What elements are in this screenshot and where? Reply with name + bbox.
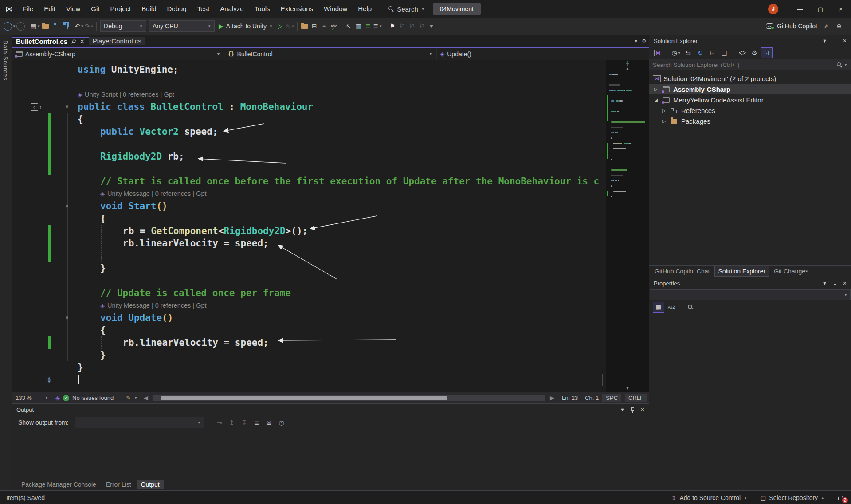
solution-search-box[interactable]: Search Solution Explorer (Ctrl+`) ▼ — [649, 59, 851, 70]
data-sources-tab[interactable]: Data Sources — [2, 40, 9, 81]
chevron-down-icon[interactable]: ▼ — [822, 38, 827, 43]
save-all-icon[interactable] — [60, 21, 70, 31]
codelens-text[interactable]: Unity Script | 0 references | Gpt — [85, 91, 174, 98]
eol-indicator[interactable]: CRLF — [625, 394, 647, 402]
scroll-left-icon[interactable]: ◀ — [144, 395, 148, 401]
send-feedback-icon[interactable]: ⊕ — [834, 21, 844, 31]
maximize-button[interactable]: ▢ — [810, 0, 831, 18]
timestamp-icon[interactable]: ◷ — [277, 419, 286, 426]
categorized-icon[interactable]: ▦ — [653, 302, 664, 313]
collapse-chevron-icon[interactable]: ∨ — [63, 203, 71, 209]
menu-window[interactable]: Window — [318, 0, 353, 18]
unity-script-badge[interactable]: ○↑ — [31, 103, 42, 111]
chevron-down-icon[interactable]: ▼ — [822, 281, 827, 286]
copilot-status[interactable]: •• GitHub Copilot ⇗ ⊕ — [766, 21, 851, 31]
notifications-button[interactable]: 2 — [833, 495, 845, 501]
refresh-icon[interactable]: ↻ — [695, 48, 706, 58]
close-icon[interactable]: × — [843, 37, 847, 44]
bottom-tab-package-manager-console[interactable]: Package Manager Console — [17, 480, 100, 489]
close-icon[interactable]: × — [641, 406, 644, 413]
new-item-icon[interactable]: ▦▼ — [31, 21, 40, 31]
switch-views-icon[interactable]: ⋈ — [653, 48, 663, 58]
menu-build[interactable]: Build — [136, 0, 161, 18]
toggle-bookmark-icon[interactable]: ⚑ — [388, 21, 397, 31]
save-icon[interactable] — [50, 21, 60, 31]
tree-item-references[interactable]: ▷References — [649, 105, 851, 116]
close-icon[interactable]: × — [843, 280, 847, 287]
word-wrap-icon[interactable]: ≣ — [252, 419, 262, 426]
tree-item-merryyellow-codeassist-editor[interactable]: ◢MerryYellow.CodeAssist.Editor — [649, 94, 851, 105]
pin-icon[interactable] — [832, 281, 838, 286]
document-dropdown-icon[interactable]: ▾ — [635, 38, 638, 44]
property-pages-icon[interactable] — [685, 302, 696, 312]
splitter-handle-icon[interactable]: ╬ — [606, 61, 649, 65]
expander-expanded-icon[interactable]: ◢ — [653, 98, 659, 102]
tab-bulletcontrol-cs[interactable]: BulletControl.cs✕ — [12, 37, 89, 45]
menu-git[interactable]: Git — [86, 0, 105, 18]
copy-reference-icon[interactable]: ▥ — [353, 21, 363, 31]
tree-item-packages[interactable]: ▷Packages — [649, 116, 851, 126]
start-without-debugging-icon[interactable]: ▷ — [275, 21, 285, 31]
output-source-combo[interactable]: ▼ — [75, 417, 204, 428]
zoom-selector[interactable]: 133 % ▼ — [12, 392, 52, 403]
avatar[interactable]: J — [768, 4, 778, 14]
spell-check-icon[interactable]: abc — [329, 21, 339, 31]
close-icon[interactable]: ✕ — [80, 38, 85, 45]
collapse-all-icon[interactable]: ⊟ — [707, 48, 718, 58]
output-content[interactable] — [12, 430, 649, 478]
sync-with-active-document-icon[interactable]: ⇆ — [683, 48, 694, 58]
solution-platforms-combo[interactable]: Any CPU▼ — [149, 20, 215, 32]
scrollbar-thumb[interactable] — [161, 396, 447, 400]
tree-item-assembly-csharp[interactable]: ▷Assembly-CSharp — [649, 84, 851, 94]
panel-tab-git-changes[interactable]: Git Changes — [770, 266, 812, 276]
search-control[interactable]: Search ▼ — [388, 5, 424, 13]
expander-collapsed-icon[interactable]: ▷ — [661, 108, 667, 113]
codelens-text[interactable]: Unity Message | 0 references | Gpt — [107, 190, 207, 197]
minimap-scrollbar[interactable]: ╬▲▼ — [606, 60, 649, 392]
window-layout-icon[interactable]: ⊟ — [310, 21, 319, 31]
menu-edit[interactable]: Edit — [39, 0, 61, 18]
properties-wrench-icon[interactable]: ⚙ — [749, 48, 760, 58]
pending-changes-filter-icon[interactable]: ◷▼ — [671, 48, 682, 58]
solution-configurations-combo[interactable]: Debug▼ — [100, 20, 146, 32]
select-repository-button[interactable]: ▤ Select Repository ▲ — [756, 494, 829, 501]
properties-grid[interactable] — [649, 314, 851, 490]
sort-usings-icon[interactable]: ≣▼ — [373, 21, 383, 31]
view-code-icon[interactable]: <> — [737, 48, 748, 58]
open-file-icon[interactable] — [40, 21, 50, 31]
show-all-files-icon[interactable]: ▤ — [719, 48, 729, 58]
pointer-mode-icon[interactable]: ↖ — [344, 21, 353, 31]
format-document-icon[interactable]: ≣ — [363, 21, 373, 31]
share-feedback-icon[interactable]: ⇗ — [821, 21, 831, 31]
scroll-right-icon[interactable]: ▶ — [550, 395, 554, 401]
codelens-text[interactable]: Unity Message | 0 references | Gpt — [107, 302, 207, 309]
panel-tab-github-copilot-chat[interactable]: GitHub Copilot Chat — [651, 266, 714, 276]
tree-item-solution-04moviment-2-of-2-pro[interactable]: ⋈Solution '04Moviment' (2 of 2 projects) — [649, 73, 851, 84]
editor-addon-icon[interactable]: ◈ — [55, 395, 60, 401]
quick-action-icon[interactable]: ✎ — [44, 375, 54, 384]
expander-collapsed-icon[interactable]: ▷ — [661, 119, 667, 124]
toolbar-overflow-icon[interactable]: ▾ — [427, 21, 436, 31]
undo-icon[interactable]: ↶▼ — [75, 21, 84, 31]
horizontal-scrollbar[interactable] — [153, 395, 545, 401]
menu-extensions[interactable]: Extensions — [275, 0, 318, 18]
navigate-forward-icon[interactable]: → — [16, 21, 26, 31]
chevron-down-icon[interactable]: ▼ — [620, 407, 625, 412]
clear-all-icon[interactable]: ⊠ — [264, 419, 274, 426]
menu-test[interactable]: Test — [192, 0, 215, 18]
menu-file[interactable]: File — [17, 0, 39, 18]
scroll-down-icon[interactable]: ▼ — [606, 386, 649, 391]
menu-project[interactable]: Project — [105, 0, 136, 18]
attach-to-unity-button[interactable]: ▶Attach to Unity▼ — [216, 23, 275, 30]
project-dropdown[interactable]: Assembly-CSharp ▼ — [12, 48, 224, 60]
issues-status[interactable]: No issues found — [72, 395, 114, 401]
pin-icon[interactable] — [832, 38, 838, 44]
menu-debug[interactable]: Debug — [162, 0, 192, 18]
pin-icon[interactable] — [70, 38, 78, 46]
space-indicator[interactable]: SPC — [602, 394, 621, 402]
pin-icon[interactable] — [630, 407, 635, 413]
preview-selected-icon[interactable]: ⊡ — [761, 47, 773, 58]
code-cleanup-icon[interactable]: ✎ — [126, 395, 131, 401]
bottom-tab-error-list[interactable]: Error List — [102, 480, 135, 489]
close-button[interactable]: × — [831, 0, 851, 18]
